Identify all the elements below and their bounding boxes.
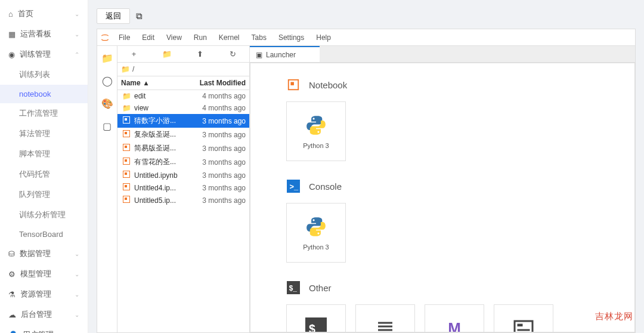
chevron-down-icon: ⌄ <box>75 251 79 257</box>
train-icon: ◉ <box>8 50 15 59</box>
running-icon[interactable]: ◯ <box>101 75 113 87</box>
sidebar-sub-tensorboard[interactable]: TensorBoard <box>0 225 88 243</box>
svg-text:$_: $_ <box>309 322 323 333</box>
file-modified: 3 months ago <box>189 131 246 139</box>
menu-view[interactable]: View <box>160 29 188 46</box>
file-row[interactable]: 有雪花的圣...3 months ago <box>117 155 249 169</box>
file-modified: 3 months ago <box>189 184 246 192</box>
nav-backend[interactable]: ☁后台管理⌄ <box>0 304 88 325</box>
folder-icon: 📁 <box>121 104 132 112</box>
tabs-icon[interactable]: ▢ <box>101 120 113 132</box>
file-name: 有雪花的圣... <box>134 157 189 167</box>
new-folder-button[interactable]: 📁 <box>150 50 183 58</box>
folder-icon: 📁 <box>121 65 130 73</box>
menu-tabs[interactable]: Tabs <box>246 29 273 46</box>
file-name: Untitled4.ip... <box>134 184 189 192</box>
file-browser: + 📁 ⬆ ↻ 📁 / Name ▴ Last Modified 📁edit4 … <box>117 46 250 332</box>
breadcrumb[interactable]: 📁 / <box>117 63 249 76</box>
nav-user[interactable]: 👤用户管理⌄ <box>0 325 88 333</box>
new-launcher-button[interactable]: + <box>117 50 150 58</box>
file-name: edit <box>134 92 189 100</box>
open-external-icon[interactable]: ⧉ <box>136 11 143 21</box>
file-modified: 3 months ago <box>189 171 246 180</box>
notebook-icon <box>121 116 132 125</box>
textfile-card[interactable]: Text File <box>355 304 415 332</box>
python3-notebook-card[interactable]: Python 3 <box>286 101 346 161</box>
sidebar-sub-code[interactable]: 代码托管 <box>0 164 88 184</box>
notebook-icon <box>121 130 132 139</box>
other-section-icon: $_ <box>286 280 301 295</box>
commands-icon[interactable]: 🎨 <box>101 97 113 109</box>
chevron-down-icon: ⌄ <box>75 271 79 278</box>
markdown-card[interactable]: M Markdown File <box>425 304 484 332</box>
jupyter-menubar: File Edit View Run Kernel Tabs Settings … <box>97 29 635 46</box>
nav-train[interactable]: ◉训练管理⌃ <box>0 44 88 64</box>
jupyter-logo-icon <box>97 33 113 42</box>
notebook-icon <box>121 171 132 180</box>
watermark: 吉林龙网 <box>595 311 633 322</box>
file-row[interactable]: 复杂版圣诞...3 months ago <box>117 128 249 141</box>
sidebar-sub-workflow[interactable]: 工作流管理 <box>0 103 88 124</box>
file-modified: 3 months ago <box>189 196 246 205</box>
file-row[interactable]: Untitled.ipynb3 months ago <box>117 169 249 181</box>
chevron-down-icon: ⌄ <box>75 11 79 17</box>
console-section-icon: >_ <box>286 179 301 193</box>
menu-settings[interactable]: Settings <box>273 29 310 46</box>
help-icon <box>512 316 535 332</box>
sidebar-sub-analysis[interactable]: 训练分析管理 <box>0 205 88 225</box>
resource-icon: ⚗ <box>8 290 16 299</box>
file-row[interactable]: 猜数字小游...3 months ago <box>117 114 249 128</box>
section-title: Other <box>309 283 332 293</box>
column-name[interactable]: Name ▴ <box>121 79 189 87</box>
file-row[interactable]: Untitled4.ip...3 months ago <box>117 181 249 194</box>
file-name: Untitled5.ip... <box>134 196 189 205</box>
file-name: 简易版圣诞... <box>134 143 189 153</box>
activity-bar: 📁 ◯ 🎨 ▢ <box>97 46 117 332</box>
text-icon <box>373 316 397 332</box>
file-row[interactable]: 简易版圣诞...3 months ago <box>117 141 249 155</box>
notebook-icon <box>121 183 132 192</box>
menu-file[interactable]: File <box>113 29 136 46</box>
contextual-help-card[interactable]: Contextual Help <box>494 304 553 332</box>
back-button[interactable]: 返回 <box>97 8 130 24</box>
menu-edit[interactable]: Edit <box>136 29 160 46</box>
file-row[interactable]: 📁edit4 months ago <box>117 90 249 102</box>
nav-resource[interactable]: ⚗资源管理⌄ <box>0 284 88 304</box>
launcher-tab[interactable]: ▣ Launcher <box>250 46 320 62</box>
file-row[interactable]: Untitled5.ip...3 months ago <box>117 194 249 206</box>
menu-kernel[interactable]: Kernel <box>213 29 246 46</box>
svg-rect-9 <box>518 324 523 327</box>
file-modified: 4 months ago <box>189 104 246 112</box>
svg-text:>_: >_ <box>290 182 299 191</box>
chevron-down-icon: ⌄ <box>75 291 79 298</box>
folder-icon: 📁 <box>121 92 132 100</box>
folder-icon[interactable]: 📁 <box>101 52 113 64</box>
svg-text:$_: $_ <box>289 284 298 292</box>
file-name: 复杂版圣诞... <box>134 130 189 140</box>
chevron-down-icon: ⌄ <box>75 31 79 38</box>
file-row[interactable]: 📁view4 months ago <box>117 102 249 114</box>
data-icon: ⛁ <box>8 249 15 258</box>
menu-run[interactable]: Run <box>188 29 213 46</box>
python3-console-card[interactable]: Python 3 <box>286 203 346 263</box>
column-modified[interactable]: Last Modified <box>189 79 246 87</box>
refresh-button[interactable]: ↻ <box>216 50 249 58</box>
svg-rect-1 <box>290 82 294 85</box>
nav-home[interactable]: ⌂首页⌄ <box>0 4 88 24</box>
upload-button[interactable]: ⬆ <box>184 50 216 58</box>
nav-data[interactable]: ⛁数据管理⌄ <box>0 243 88 264</box>
launcher-tab-icon: ▣ <box>256 51 262 59</box>
python-icon <box>304 113 328 137</box>
dashboard-icon: ▦ <box>8 30 16 39</box>
sidebar-sub-notebook[interactable]: notebook <box>0 85 88 103</box>
terminal-card[interactable]: $_ Terminal <box>286 304 346 332</box>
nav-model[interactable]: ⚙模型管理⌄ <box>0 264 88 284</box>
nav-dashboard[interactable]: ▦运营看板⌄ <box>0 24 88 44</box>
file-modified: 3 months ago <box>189 144 246 153</box>
file-modified: 3 months ago <box>189 158 246 166</box>
menu-help[interactable]: Help <box>310 29 337 46</box>
sidebar-sub-queue[interactable]: 队列管理 <box>0 184 88 205</box>
sidebar-sub-script[interactable]: 脚本管理 <box>0 144 88 164</box>
sidebar-sub-trainlist[interactable]: 训练列表 <box>0 64 88 85</box>
sidebar-sub-algorithm[interactable]: 算法管理 <box>0 124 88 144</box>
